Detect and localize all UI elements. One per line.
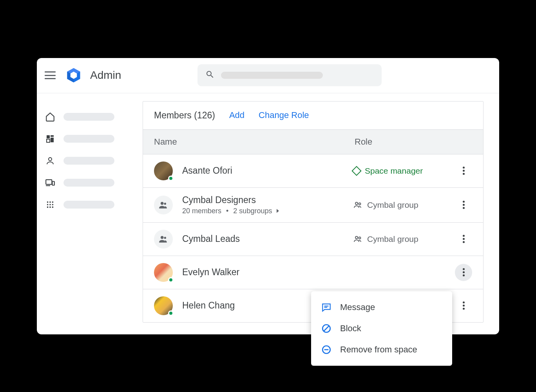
more-vertical-icon	[463, 167, 465, 175]
table-row[interactable]: Cymbal Leads Cymbal group	[143, 222, 483, 256]
status-online-icon	[168, 176, 174, 181]
avatar	[154, 196, 173, 214]
app-title: Admin	[90, 69, 121, 82]
sidebar-label-placeholder	[63, 135, 114, 143]
avatar	[154, 263, 173, 282]
menu-item-label: Message	[340, 302, 375, 312]
more-options-button[interactable]	[455, 162, 472, 180]
more-options-button[interactable]	[455, 297, 472, 314]
member-name: Asante Ofori	[182, 165, 353, 176]
svg-point-21	[161, 201, 164, 205]
sub-members-count: 20 members	[182, 207, 221, 215]
group-icon	[353, 234, 362, 244]
sidebar-label-placeholder	[63, 113, 114, 121]
svg-point-19	[49, 206, 51, 208]
column-role-header: Role	[355, 137, 472, 147]
panel-header: Members (126) Add Change Role	[143, 102, 483, 129]
role-label: Cymbal group	[367, 200, 418, 210]
sidebar-item-dashboard[interactable]	[45, 128, 135, 150]
svg-point-22	[164, 203, 166, 205]
sidebar-label-placeholder	[63, 201, 114, 209]
sidebar-item-devices[interactable]	[45, 172, 135, 194]
group-icon	[158, 234, 168, 244]
table-row[interactable]: Cymbal Designers 20 members • 2 subgroup…	[143, 187, 483, 222]
svg-point-8	[49, 158, 52, 161]
menu-item-label: Block	[340, 323, 361, 334]
svg-point-28	[359, 237, 361, 239]
more-vertical-icon	[463, 301, 465, 310]
table-row[interactable]: Asante Ofori Space manager	[143, 154, 483, 187]
more-options-button[interactable]	[455, 230, 472, 248]
search-input-placeholder	[221, 72, 323, 79]
group-icon	[158, 200, 168, 210]
member-name: Cymbal Leads	[182, 234, 353, 244]
main-content: Members (126) Add Change Role Name Role …	[143, 101, 499, 323]
member-role: Cymbal group	[353, 234, 455, 244]
sidebar	[37, 101, 143, 323]
dashboard-icon	[45, 133, 56, 144]
more-vertical-icon	[463, 201, 465, 209]
sidebar-item-home[interactable]	[45, 106, 135, 128]
svg-rect-5	[51, 135, 54, 137]
svg-point-27	[355, 236, 358, 239]
svg-point-24	[359, 203, 361, 205]
member-subtitle: 20 members • 2 subgroups	[182, 207, 353, 215]
menu-item-block[interactable]: Block	[311, 318, 452, 339]
home-icon	[45, 111, 56, 122]
svg-rect-6	[51, 138, 54, 142]
member-role: Space manager	[353, 166, 455, 176]
add-button[interactable]: Add	[229, 110, 244, 120]
members-panel: Members (126) Add Change Role Name Role …	[143, 101, 483, 323]
admin-window: Admin	[37, 58, 499, 334]
table-header: Name Role	[143, 129, 483, 154]
message-icon	[321, 302, 331, 312]
remove-icon	[321, 345, 331, 355]
change-role-button[interactable]: Change Role	[259, 110, 309, 120]
diamond-icon	[351, 166, 361, 176]
sidebar-label-placeholder	[63, 179, 114, 187]
svg-point-12	[47, 201, 49, 203]
svg-point-26	[164, 237, 166, 239]
status-online-icon	[168, 277, 174, 283]
app-header: Admin	[37, 58, 499, 93]
svg-point-20	[52, 206, 54, 208]
group-icon	[353, 200, 362, 210]
svg-point-13	[49, 201, 51, 203]
member-name: Evelyn Walker	[182, 267, 353, 278]
menu-item-message[interactable]: Message	[311, 297, 452, 318]
avatar	[154, 230, 173, 249]
svg-point-17	[52, 204, 54, 205]
person-icon	[45, 155, 56, 166]
search-bar[interactable]	[197, 64, 382, 86]
panel-title: Members (126)	[154, 110, 215, 121]
svg-point-15	[47, 204, 49, 205]
svg-rect-7	[47, 139, 50, 142]
search-icon	[205, 70, 215, 81]
sidebar-item-apps[interactable]	[45, 194, 135, 216]
role-label: Cymbal group	[367, 234, 418, 244]
svg-point-25	[161, 236, 164, 239]
more-options-button[interactable]	[455, 264, 472, 281]
member-info: Cymbal Designers 20 members • 2 subgroup…	[182, 195, 353, 215]
svg-point-23	[355, 202, 358, 205]
context-menu: Message Block Remove from space	[311, 291, 452, 366]
table-row[interactable]: Evelyn Walker	[143, 256, 483, 289]
member-info: Asante Ofori	[182, 165, 353, 176]
more-options-button[interactable]	[455, 196, 472, 214]
separator: •	[226, 207, 228, 215]
hamburger-menu-icon[interactable]	[45, 71, 56, 79]
more-vertical-icon	[463, 235, 465, 243]
devices-icon	[45, 177, 56, 188]
svg-point-18	[47, 206, 49, 208]
sidebar-item-user[interactable]	[45, 150, 135, 172]
column-name-header: Name	[154, 137, 355, 147]
apps-grid-icon	[45, 199, 56, 210]
more-vertical-icon	[463, 268, 465, 276]
member-role: Cymbal group	[353, 200, 455, 210]
svg-line-32	[324, 326, 329, 331]
avatar	[154, 162, 173, 180]
svg-rect-10	[52, 181, 54, 185]
status-online-icon	[168, 310, 174, 316]
menu-item-remove[interactable]: Remove from space	[311, 339, 452, 360]
admin-logo-icon	[65, 67, 82, 84]
